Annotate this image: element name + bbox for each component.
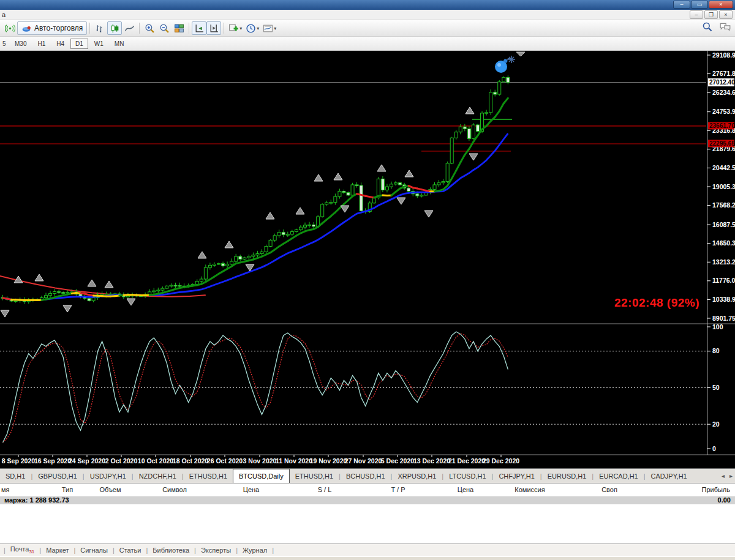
chart-shift-icon — [209, 23, 219, 34]
terminal-column-3[interactable]: Символ — [141, 486, 208, 493]
svg-text:27012.40: 27012.40 — [709, 79, 735, 86]
zoom-out-button[interactable] — [157, 21, 172, 35]
timeframe-W1[interactable]: W1 — [89, 39, 108, 49]
svg-text:20442.50: 20442.50 — [712, 164, 735, 171]
window-minimize-button[interactable]: – — [673, 1, 690, 9]
svg-text:29 Dec 2020: 29 Dec 2020 — [483, 457, 519, 465]
chart-minimize-button[interactable]: – — [690, 10, 703, 19]
templates-button[interactable]: ▾ — [261, 21, 278, 35]
chart-tab-LTCUSD-H1[interactable]: LTCUSD,H1 — [443, 469, 491, 483]
toolbar: Авто-торговля — [0, 20, 735, 37]
timeframe-bar: 5M30H1H4D1W1MN — [0, 37, 735, 51]
chart-canvas[interactable]: 29108.9527671.8026234.6524753.9523316.80… — [0, 51, 735, 468]
svg-text:5 Dec 2020: 5 Dec 2020 — [381, 457, 414, 465]
svg-text:27671.80: 27671.80 — [712, 70, 735, 77]
svg-text:22295.65: 22295.65 — [709, 140, 735, 147]
terminal-tab-Эксперты[interactable]: Эксперты — [196, 547, 236, 554]
signals-icon — [5, 23, 15, 34]
mail-count-badge: 31 — [29, 550, 34, 555]
terminal-tab-Журнал[interactable]: Журнал — [238, 547, 272, 554]
line-chart-button[interactable] — [122, 21, 137, 35]
chart-tab-SD-H1[interactable]: SD,H1 — [0, 469, 31, 483]
chart-tab-EURCAD-H1[interactable]: EURCAD,H1 — [594, 469, 644, 483]
terminal-header-row: мяТипОбъемСимволЦенаS / LT / PЦенаКомисс… — [0, 483, 735, 496]
window-maximize-button[interactable]: ▭ — [691, 1, 708, 9]
search-icon[interactable] — [702, 21, 713, 32]
chart-close-button[interactable]: × — [719, 10, 733, 19]
chart-tab-BCHUSD-H1[interactable]: BCHUSD,H1 — [341, 469, 391, 483]
signals-button[interactable] — [2, 21, 17, 35]
svg-text:100: 100 — [712, 323, 723, 330]
timeframes-button[interactable]: ▾ — [244, 21, 261, 35]
tile-windows-button[interactable] — [172, 21, 186, 35]
bar-chart-button[interactable] — [92, 21, 107, 35]
zoom-in-button[interactable] — [142, 21, 157, 35]
svg-text:50: 50 — [712, 384, 720, 391]
autotrading-label: Авто-торговля — [34, 24, 83, 32]
svg-text:27 Nov 2020: 27 Nov 2020 — [345, 457, 382, 465]
terminal-tab-Маркет[interactable]: Маркет — [41, 547, 74, 554]
bar-chart-icon — [95, 23, 105, 34]
chart-tab-GBPUSD-H1[interactable]: GBPUSD,H1 — [32, 469, 83, 483]
terminal-tab-Статьи[interactable]: Статьи — [115, 547, 146, 554]
svg-text:80: 80 — [712, 347, 720, 354]
svg-text:8 Sep 2020: 8 Sep 2020 — [2, 457, 35, 465]
chart-tab-ETHUSD-H1[interactable]: ETHUSD,H1 — [290, 469, 339, 483]
templates-icon — [263, 23, 273, 34]
chart-restore-button[interactable]: ❐ — [704, 10, 718, 19]
terminal-column-10[interactable]: Прибыль — [663, 486, 730, 493]
candlestick-icon — [110, 23, 120, 34]
chart-shift-button[interactable] — [206, 21, 221, 35]
autotrading-button[interactable]: Авто-торговля — [17, 21, 87, 35]
chart-tab-XRPUSD-H1[interactable]: XRPUSD,H1 — [392, 469, 442, 483]
svg-text:26 Oct 2020: 26 Oct 2020 — [207, 457, 243, 465]
timeframe-MN[interactable]: MN — [110, 39, 129, 49]
terminal-column-6[interactable]: T / P — [364, 486, 432, 493]
timeframe-M30[interactable]: M30 — [10, 39, 31, 49]
timeframe-5[interactable]: 5 — [1, 39, 9, 49]
terminal-tab-Почта[interactable]: Почта31 — [6, 545, 39, 554]
terminal-tab-Библиотека[interactable]: Библиотека — [148, 547, 194, 554]
auto-scroll-button[interactable] — [192, 21, 206, 35]
terminal-column-8[interactable]: Комиссия — [496, 486, 564, 493]
window-close-button[interactable]: × — [709, 1, 733, 9]
terminal-tab-bar: |Почта31|Маркет|Сигналы|Статьи|Библиотек… — [0, 543, 735, 556]
svg-text:24753.95: 24753.95 — [712, 108, 735, 115]
tab-scroll-right[interactable]: ▸ — [729, 472, 733, 479]
terminal-column-2[interactable]: Объем — [77, 486, 144, 493]
profit-value: 0.00 — [718, 496, 731, 504]
svg-text:23661.70: 23661.70 — [709, 122, 735, 129]
terminal-column-5[interactable]: S / L — [291, 486, 358, 493]
menu-bar: a – ❐ × — [0, 10, 735, 20]
indicators-button[interactable]: ▾ — [227, 21, 244, 35]
menu-fragment[interactable]: a — [2, 11, 6, 18]
tab-scroll-left[interactable]: ◂ — [722, 472, 725, 479]
timeframe-H1[interactable]: H1 — [32, 39, 50, 49]
svg-text:11 Nov 2020: 11 Nov 2020 — [276, 457, 312, 465]
chart-window[interactable]: 29108.9527671.8026234.6524753.9523316.80… — [0, 51, 735, 468]
timeframe-H4[interactable]: H4 — [51, 39, 69, 49]
chart-tab-NZDCHF-H1[interactable]: NZDCHF,H1 — [134, 469, 182, 483]
chart-tab-CADJPY-H1[interactable]: CADJPY,H1 — [646, 469, 693, 483]
timeframe-D1[interactable]: D1 — [70, 39, 88, 49]
symbol-tab-bar: SD,H1|GBPUSD,H1|USDJPY,H1|NZDCHF,H1|ETHU… — [0, 468, 735, 483]
terminal-tab-separator: | — [272, 547, 274, 554]
svg-text:3 Nov 2020: 3 Nov 2020 — [243, 457, 277, 465]
chart-tab-USDJPY-H1[interactable]: USDJPY,H1 — [85, 469, 132, 483]
svg-text:11776.05: 11776.05 — [712, 277, 735, 284]
chart-tab-EURUSD-H1[interactable]: EURUSD,H1 — [542, 469, 592, 483]
terminal-column-9[interactable]: Своп — [576, 486, 643, 493]
svg-text:16 Sep 2020: 16 Sep 2020 — [34, 457, 71, 465]
terminal-column-4[interactable]: Цена — [217, 486, 285, 493]
candlestick-button[interactable] — [107, 21, 122, 35]
terminal-column-7[interactable]: Цена — [432, 486, 499, 493]
tile-windows-icon — [174, 23, 184, 34]
chart-tab-ETHUSD-H1[interactable]: ETHUSD,H1 — [184, 469, 233, 483]
terminal-empty-area — [0, 504, 735, 543]
terminal-tab-Сигналы[interactable]: Сигналы — [75, 547, 113, 554]
chart-tab-CHFJPY-H1[interactable]: CHFJPY,H1 — [493, 469, 540, 483]
chart-tab-BTCUSD-Daily[interactable]: BTCUSD,Daily — [233, 469, 290, 483]
svg-text:13213.20: 13213.20 — [712, 258, 735, 266]
title-bar[interactable]: – ▭ × — [0, 0, 735, 10]
chat-icon[interactable] — [719, 21, 731, 32]
